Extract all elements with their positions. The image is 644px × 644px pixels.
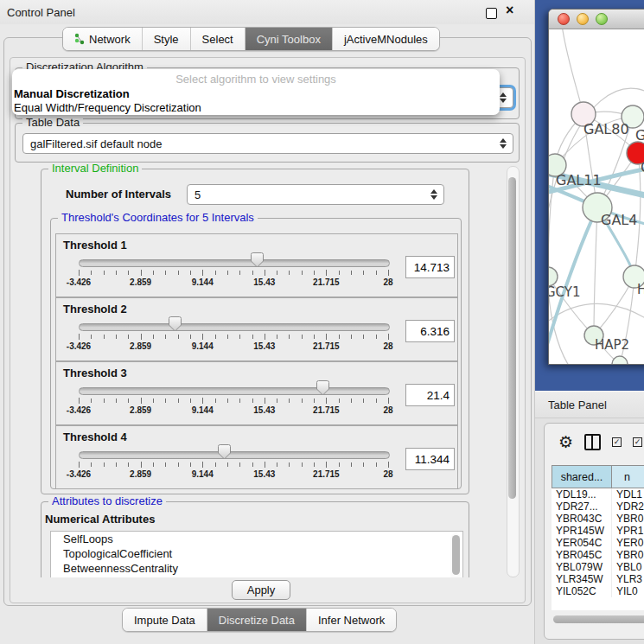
float-window-icon[interactable] [486, 8, 497, 19]
tab-select[interactable]: Select [191, 28, 245, 50]
tab-infer-network[interactable]: Infer Network [307, 609, 396, 631]
cell-name[interactable]: YPR1 [612, 525, 644, 537]
network-node-node-bottom[interactable] [612, 356, 628, 364]
tab-style[interactable]: Style [143, 28, 191, 50]
attribute-item[interactable]: TopologicalCoefficient [51, 546, 462, 561]
slider-thumb[interactable] [169, 316, 182, 332]
zoom-traffic-light-icon[interactable] [596, 13, 608, 25]
column-header-shared-name[interactable]: shared... [552, 465, 612, 488]
tab-cyni-toolbox[interactable]: Cyni Toolbox [245, 28, 333, 50]
checkbox-icon[interactable]: ✓ [633, 437, 642, 447]
cell-name[interactable]: YER0 [612, 537, 644, 549]
tab-impute-data[interactable]: Impute Data [123, 609, 207, 631]
close-icon[interactable]: × [506, 3, 513, 18]
tick-mark [128, 271, 129, 275]
cell-shared-name[interactable]: YDR27... [552, 501, 612, 513]
tick-mark [326, 270, 327, 276]
thresholds-group: Threshold's Coordinates for 5 Intervals … [50, 218, 462, 489]
table-row[interactable]: YBR043CYBR0 [552, 513, 644, 525]
scrollbar-thumb[interactable] [508, 177, 516, 499]
num-intervals-combobox[interactable]: 5 [187, 184, 444, 205]
tick-mark [339, 399, 340, 403]
slider-thumb[interactable] [218, 444, 231, 460]
tick-label: 9.144 [192, 341, 214, 351]
cell-name[interactable]: YBR0 [612, 549, 644, 561]
cell-name[interactable]: YDL1 [612, 488, 644, 501]
tick-mark [351, 271, 352, 275]
cell-shared-name[interactable]: YBR043C [552, 513, 612, 525]
cell-shared-name[interactable]: YPR145W [552, 525, 612, 537]
tick-mark [252, 462, 253, 467]
column-header-name[interactable]: n [612, 465, 644, 488]
tab-label: Network [89, 33, 131, 46]
slider-thumb[interactable] [316, 380, 329, 396]
cell-name[interactable]: YBR0 [612, 513, 644, 525]
minimize-traffic-light-icon[interactable] [577, 13, 589, 25]
cell-shared-name[interactable]: YER054C [552, 537, 612, 549]
attribute-item[interactable]: BetweennessCentrality [51, 561, 462, 576]
checkbox-icon[interactable]: ✓ [612, 437, 622, 447]
tick-mark [314, 399, 315, 403]
table-toolbar: ⚙ ✓ ✓ [545, 424, 644, 460]
network-window-titlebar[interactable] [549, 10, 644, 29]
cell-shared-name[interactable]: YBR045C [552, 549, 612, 561]
tick-mark [178, 271, 179, 275]
tick-mark [326, 462, 327, 468]
table-row[interactable]: YBL079WYBL0 [552, 561, 644, 573]
slider-track[interactable] [79, 323, 390, 331]
main-scrollbar[interactable] [507, 166, 520, 577]
tick-label: 21.715 [313, 341, 340, 351]
table-row[interactable]: YDR27...YDR2 [552, 501, 644, 513]
table-row[interactable]: YIL052CYIL0 [552, 585, 644, 597]
gear-icon[interactable]: ⚙ [558, 434, 573, 450]
popup-item-1[interactable]: Equal Width/Frequency Discretization [12, 101, 500, 115]
apply-button[interactable]: Apply [232, 580, 290, 600]
list-scrollbar[interactable] [450, 533, 461, 577]
slider-track[interactable] [79, 387, 390, 395]
columns-icon[interactable] [584, 434, 601, 450]
tick-mark [227, 399, 228, 403]
tick-mark [289, 335, 290, 339]
attribute-item[interactable]: SelfLoops [51, 532, 462, 546]
popup-item-0[interactable]: Manual Discretization [12, 87, 500, 101]
cell-name[interactable]: YDR2 [612, 501, 644, 513]
close-traffic-light-icon[interactable] [558, 13, 570, 25]
combobox-value: galFiltered.sif default node [30, 137, 162, 150]
table-data-combobox[interactable]: galFiltered.sif default node [22, 133, 513, 154]
tick-mark [265, 270, 265, 276]
threshold-value-input[interactable] [405, 384, 455, 406]
table-row[interactable]: YDL19...YDL1 [552, 488, 644, 501]
network-edge [562, 29, 583, 114]
threshold-value-input[interactable] [405, 320, 455, 342]
cell-name[interactable]: YIL0 [612, 585, 644, 597]
cell-shared-name[interactable]: YLR345W [552, 573, 612, 585]
slider-track[interactable] [79, 451, 390, 459]
cell-shared-name[interactable]: YIL052C [552, 585, 612, 597]
cell-shared-name[interactable]: YDL19... [552, 488, 612, 501]
tick-mark [79, 398, 80, 404]
cell-shared-name[interactable]: YBL079W [552, 561, 612, 573]
network-canvas[interactable]: GAL80GAGAL11CGAL4GCY1HHAP2 [549, 29, 644, 364]
threshold-value-input[interactable] [405, 448, 455, 470]
table-row[interactable]: YER054CYER0 [552, 537, 644, 549]
tab-label: Infer Network [318, 614, 385, 627]
table-horizontal-scrollbar[interactable] [552, 615, 644, 623]
tab-network[interactable]: Network [63, 28, 143, 50]
table-row[interactable]: YPR145WYPR1 [552, 525, 644, 537]
cell-name[interactable]: YBL0 [612, 561, 644, 573]
apply-label: Apply [247, 583, 276, 596]
table-row[interactable]: YLR345WYLR3 [552, 573, 644, 585]
tick-mark [165, 462, 166, 467]
threshold-label: Threshold 4 [63, 430, 127, 443]
slider-track[interactable] [79, 259, 390, 267]
tick-mark [116, 271, 117, 275]
cell-name[interactable]: YLR3 [612, 573, 644, 585]
tab-jactivemnodules[interactable]: jActiveMNodules [333, 28, 439, 50]
threshold-value-input[interactable] [405, 256, 455, 278]
table-row[interactable]: YBR045CYBR0 [552, 549, 644, 561]
slider-thumb[interactable] [251, 252, 264, 268]
tick-mark [215, 335, 216, 339]
tick-mark [363, 462, 364, 467]
tab-discretize-data[interactable]: Discretize Data [207, 609, 307, 631]
network-node-GCY1[interactable] [549, 267, 558, 286]
